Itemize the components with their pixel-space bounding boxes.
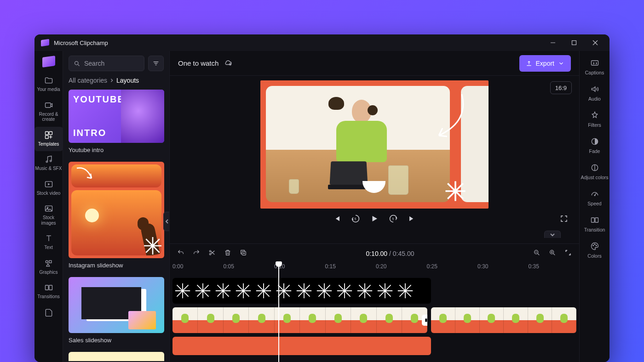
app-logo-icon [41,39,49,47]
timeline-collapse-button[interactable] [544,231,561,238]
template-label: Youtube intro [69,147,164,153]
ruler-tick: 0:30 [477,263,529,275]
ruler-tick: 0:15 [325,263,376,275]
prop-label: Adjust colors [581,175,608,180]
thumb-text: INTRO [73,128,116,138]
left-rail: Your media Record & create Templates Mus… [34,51,63,362]
breadcrumb-root[interactable]: All categories [69,77,107,84]
timeline-timecode: 0:10.00 / 0:45.00 [255,250,525,257]
export-button[interactable]: Export [519,55,571,72]
track-video[interactable] [172,307,576,333]
redo-button[interactable] [193,249,200,258]
prop-label: Audio [588,96,601,102]
canvas-area: 16:9 5 [170,76,579,243]
undo-button[interactable] [177,249,184,258]
play-button[interactable] [370,214,379,225]
arrow-icon [420,90,471,147]
svg-rect-14 [49,260,51,263]
prop-speed[interactable]: Speed [580,186,610,212]
rail-item-graphics[interactable]: Graphics [34,255,63,280]
chevron-down-icon [558,60,564,67]
transition-marker-icon[interactable] [422,315,427,326]
minimize-button[interactable] [542,34,564,51]
prop-audio[interactable]: Audio [580,81,610,107]
rail-item-music-sfx[interactable]: Music & SFX [34,151,63,176]
svg-point-22 [230,63,231,65]
delete-button[interactable] [224,249,231,258]
rail-label: Your media [37,87,60,92]
svg-rect-16 [49,285,52,290]
close-button[interactable] [585,34,606,51]
rewind-5-button[interactable]: 5 [351,214,360,225]
prop-captions[interactable]: Captions [580,55,610,81]
prop-label: Colors [587,253,601,259]
clip-background[interactable] [172,337,431,355]
search-icon [74,60,80,67]
rail-item-stock-images[interactable]: Stock images [34,200,63,230]
split-button[interactable] [208,249,216,258]
search-input[interactable]: Search [69,56,144,71]
prop-label: Fade [589,148,600,154]
cloud-sync-button[interactable] [224,58,232,68]
prop-colors[interactable]: Colors [580,238,610,264]
rail-item-record-create[interactable]: Record & create [34,97,63,127]
timeline-ruler[interactable]: 0:00 0:05 0:10 0:15 0:20 0:25 0:30 0:35 [170,263,579,275]
playhead[interactable] [278,262,279,362]
upload-icon [526,60,532,67]
timeline-tracks[interactable] [170,275,579,362]
filter-button[interactable] [148,56,164,71]
browse-panel: Search All categories Layouts YOUTUBE IN… [63,51,170,362]
skip-end-button[interactable] [408,215,416,225]
rail-item-transitions[interactable]: Transitions [34,279,63,304]
svg-point-40 [594,195,595,196]
svg-rect-6 [49,131,52,135]
template-thumbnail [69,352,164,361]
app-title: Microsoft Clipchamp [54,40,108,46]
prop-filters[interactable]: Filters [580,107,610,133]
rail-label: Templates [38,141,59,147]
clip-sparkle-overlay[interactable] [172,278,431,304]
rail-item-more[interactable] [34,304,63,323]
editor-topbar: One to watch Export [170,51,579,76]
zoom-out-button[interactable] [533,249,540,258]
svg-point-9 [50,160,51,162]
aspect-ratio-button[interactable]: 16:9 [550,81,572,94]
prop-fade[interactable]: Fade [580,133,610,159]
rail-item-templates[interactable]: Templates [34,127,63,152]
fullscreen-button[interactable] [560,215,568,225]
zoom-in-button[interactable] [549,249,556,258]
svg-rect-5 [45,131,48,135]
rail-label: Stock images [35,215,62,226]
project-title[interactable]: One to watch [178,59,218,67]
svg-line-29 [538,254,539,255]
svg-point-8 [46,161,47,162]
skip-start-button[interactable] [333,215,341,225]
clip-video-2[interactable] [431,307,576,333]
track-background[interactable] [172,337,576,355]
svg-point-45 [596,245,597,246]
track-overlay[interactable] [172,278,576,304]
zoom-fit-button[interactable] [564,249,572,258]
forward-5-button[interactable]: 5 [389,214,398,225]
template-card-instagram-slideshow[interactable]: Instagram slideshow [69,162,164,274]
rail-label: Graphics [39,270,58,275]
rail-item-text[interactable]: Text [34,230,63,255]
video-preview[interactable] [260,80,489,209]
duplicate-button[interactable] [240,249,247,258]
collapse-panel-button[interactable] [163,212,170,231]
svg-rect-42 [595,218,598,222]
template-card-sales-slideshow[interactable]: QUICK SLIDESHOW Sales slideshow [69,277,164,349]
svg-line-18 [78,64,79,66]
maximize-button[interactable] [564,34,585,51]
rail-item-your-media[interactable]: Your media [34,72,63,97]
prop-adjust-colors[interactable]: Adjust colors [580,159,610,186]
prop-transition[interactable]: Transition [580,212,610,238]
template-card-youtube-intro[interactable]: YOUTUBE INTRO Youtube intro [69,90,164,159]
export-label: Export [536,60,554,67]
brand-logo-icon[interactable] [42,56,55,68]
clip-video-1[interactable] [172,307,427,333]
svg-text:5: 5 [355,217,356,221]
template-card-extra[interactable] [69,352,164,361]
rail-item-stock-video[interactable]: Stock video [34,176,63,201]
svg-text:5: 5 [392,217,394,221]
